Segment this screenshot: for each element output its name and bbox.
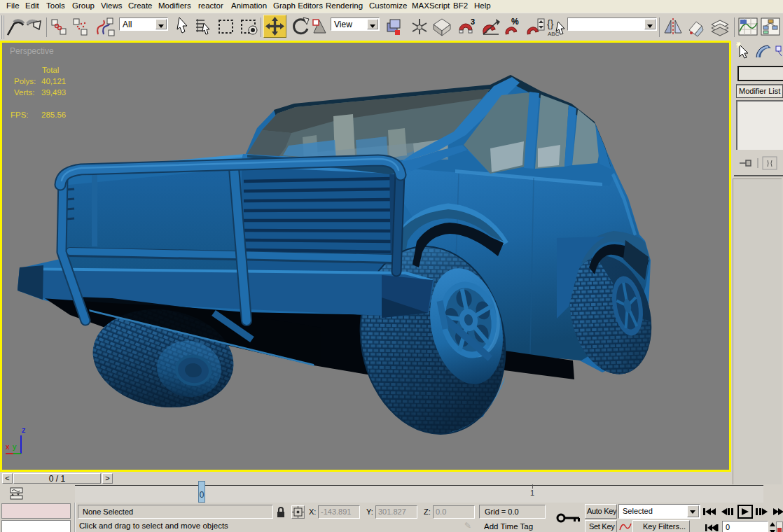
svg-text:ABC: ABC [548, 31, 560, 37]
svg-text:z: z [22, 426, 26, 434]
svg-text:%: % [511, 17, 519, 27]
svg-text:y: y [13, 442, 17, 451]
svg-text:{}: {} [547, 18, 554, 29]
svg-text:x: x [6, 442, 10, 451]
svg-text:3: 3 [471, 18, 475, 26]
